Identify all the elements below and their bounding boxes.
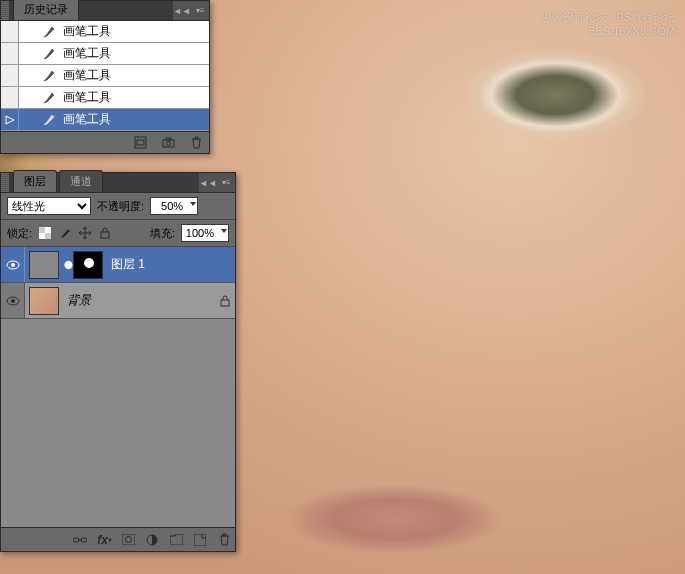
layer-name[interactable]: 图层 1 [107, 256, 235, 273]
lock-icon [215, 295, 235, 307]
history-source-marker[interactable] [1, 109, 19, 130]
watermark: 思缘设计论坛 PS教程论坛 BBS.16XX8.COM [541, 10, 675, 39]
image-detail-eye [465, 50, 645, 140]
layer-thumbnail[interactable] [29, 287, 59, 315]
image-detail-lips [285, 484, 505, 554]
delete-state-icon[interactable] [189, 136, 203, 150]
history-marker[interactable] [1, 87, 19, 108]
layers-titlebar[interactable]: 图层 通道 ◄◄ ▾≡ [1, 173, 235, 193]
lock-image-icon[interactable] [58, 226, 72, 240]
layer-visibility-toggle[interactable] [1, 283, 25, 318]
history-item-label: 画笔工具 [59, 67, 209, 84]
svg-rect-21 [194, 534, 206, 546]
history-item-label: 画笔工具 [59, 111, 209, 128]
link-layers-icon[interactable] [73, 533, 87, 547]
fill-input[interactable] [181, 224, 229, 242]
new-layer-icon[interactable] [193, 533, 207, 547]
lock-all-icon[interactable] [98, 226, 112, 240]
adjustment-layer-icon[interactable] [145, 533, 159, 547]
new-group-icon[interactable] [169, 533, 183, 547]
brush-icon [39, 113, 59, 127]
svg-rect-8 [39, 233, 45, 239]
brush-icon [39, 91, 59, 105]
svg-rect-9 [101, 232, 109, 238]
history-marker[interactable] [1, 21, 19, 42]
history-item[interactable]: 画笔工具 [1, 21, 209, 43]
svg-rect-7 [45, 227, 51, 233]
svg-rect-1 [137, 140, 144, 145]
layer-options-row: 线性光 不透明度: [1, 193, 235, 220]
lock-position-icon[interactable] [78, 226, 92, 240]
panel-collapse-icon[interactable]: ◄◄ [173, 1, 191, 20]
layer-row[interactable]: ⬤ 图层 1 [1, 247, 235, 283]
svg-point-3 [166, 142, 170, 146]
svg-rect-18 [122, 534, 135, 545]
history-item[interactable]: 画笔工具 [1, 87, 209, 109]
history-titlebar[interactable]: 历史记录 ◄◄ ▾≡ [1, 1, 209, 21]
lock-transparency-icon[interactable] [38, 226, 52, 240]
panel-menu-icon[interactable]: ▾≡ [217, 173, 235, 192]
svg-rect-6 [45, 233, 51, 239]
lock-label: 锁定: [7, 226, 32, 241]
mask-link-icon[interactable]: ⬤ [63, 260, 73, 269]
tab-layers[interactable]: 图层 [13, 170, 57, 192]
blend-mode-select[interactable]: 线性光 [7, 197, 91, 215]
history-item[interactable]: 画笔工具 [1, 65, 209, 87]
panel-menu-icon[interactable]: ▾≡ [191, 1, 209, 20]
history-panel: 历史记录 ◄◄ ▾≡ 画笔工具 画笔工具 画笔工具 [0, 0, 210, 154]
add-mask-icon[interactable] [121, 533, 135, 547]
brush-icon [39, 69, 59, 83]
layers-footer: fx▾ [1, 527, 235, 551]
brush-icon [39, 47, 59, 61]
svg-rect-5 [39, 227, 45, 233]
layer-row[interactable]: 背景 [1, 283, 235, 319]
svg-rect-4 [166, 138, 171, 140]
history-footer [1, 131, 209, 153]
history-marker[interactable] [1, 43, 19, 64]
delete-layer-icon[interactable] [217, 533, 231, 547]
opacity-input[interactable] [150, 197, 198, 215]
opacity-label: 不透明度: [97, 199, 144, 214]
tab-channels[interactable]: 通道 [59, 170, 103, 192]
layer-thumbnail[interactable] [29, 251, 59, 279]
history-marker[interactable] [1, 65, 19, 86]
history-item-label: 画笔工具 [59, 89, 209, 106]
panel-handle[interactable] [1, 1, 9, 20]
new-snapshot-icon[interactable] [161, 136, 175, 150]
layer-style-icon[interactable]: fx▾ [97, 533, 111, 547]
history-item[interactable]: 画笔工具 [1, 43, 209, 65]
history-list: 画笔工具 画笔工具 画笔工具 画笔工具 [1, 21, 209, 131]
history-item-label: 画笔工具 [59, 45, 209, 62]
tab-history[interactable]: 历史记录 [13, 0, 79, 20]
lock-row: 锁定: 填充: [1, 220, 235, 247]
layers-list: ⬤ 图层 1 背景 [1, 247, 235, 527]
history-item[interactable]: 画笔工具 [1, 109, 209, 131]
layer-visibility-toggle[interactable] [1, 247, 25, 282]
layers-panel: 图层 通道 ◄◄ ▾≡ 线性光 不透明度: 锁定: 填充: [0, 172, 236, 552]
fill-label: 填充: [150, 226, 175, 241]
layer-mask-thumbnail[interactable] [73, 251, 103, 279]
history-item-label: 画笔工具 [59, 23, 209, 40]
panel-collapse-icon[interactable]: ◄◄ [199, 173, 217, 192]
new-document-from-state-icon[interactable] [133, 136, 147, 150]
svg-point-13 [11, 299, 15, 303]
svg-point-11 [11, 263, 15, 267]
brush-icon [39, 25, 59, 39]
svg-rect-14 [221, 300, 229, 306]
svg-point-19 [125, 537, 131, 543]
layer-name[interactable]: 背景 [63, 292, 215, 309]
panel-handle[interactable] [1, 173, 9, 192]
